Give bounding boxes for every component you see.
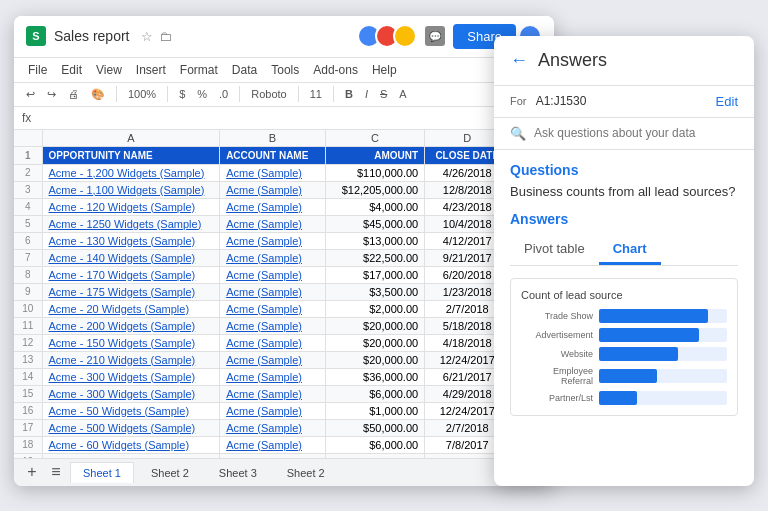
text-color-button[interactable]: A [395,86,410,102]
format-decimal-button[interactable]: .0 [215,86,232,102]
cell-opportunity-name[interactable]: Acme - 140 Widgets (Sample) [42,249,220,266]
menu-edit[interactable]: Edit [55,60,88,80]
row-number: 3 [14,181,42,198]
cell-account-name[interactable]: Acme (Sample) [220,317,326,334]
chart-tab[interactable]: Chart [599,235,661,265]
sheet-tab-1[interactable]: Sheet 1 [70,462,134,483]
cell-account-name[interactable]: Acme (Sample) [220,385,326,402]
bar-label: Advertisement [521,330,593,340]
cell-amount: $17,000.00 [325,266,424,283]
cell-opportunity-name[interactable]: Acme - 210 Widgets (Sample) [42,351,220,368]
cell-amount: $12,205,000.00 [325,181,424,198]
paint-format-button[interactable]: 🎨 [87,86,109,103]
cell-account-name[interactable]: Acme (Sample) [220,334,326,351]
cell-account-name[interactable]: Acme (Sample) [220,419,326,436]
menu-file[interactable]: File [22,60,53,80]
add-sheet-button[interactable]: + [22,462,42,482]
sheets-icon: S [26,26,46,46]
col-header-a[interactable]: A [42,130,220,147]
cell-amount: $3,500.00 [325,283,424,300]
star-icon[interactable]: ☆ [141,29,153,44]
sheet-tab-3[interactable]: Sheet 3 [206,462,270,483]
answers-range-row: For A1:J1530 Edit [494,86,754,118]
row-number: 8 [14,266,42,283]
cell-account-name[interactable]: Acme (Sample) [220,232,326,249]
edit-range-button[interactable]: Edit [716,94,738,109]
cell-account-name[interactable]: Acme (Sample) [220,436,326,453]
menu-format[interactable]: Format [174,60,224,80]
format-percent-button[interactable]: % [193,86,211,102]
col-header-c[interactable]: C [325,130,424,147]
cell-amount: $20,000.00 [325,334,424,351]
cell-account-name[interactable]: Acme (Sample) [220,181,326,198]
col-header-row [14,130,42,147]
cell-opportunity-name[interactable]: Acme - 300 Widgets (Sample) [42,368,220,385]
cell-opportunity-name[interactable]: Acme - 300 Widgets (Sample) [42,385,220,402]
back-button[interactable]: ← [510,50,528,71]
cell-opportunity-name[interactable]: Acme - 20 Widgets (Sample) [42,300,220,317]
sheet-tab-2[interactable]: Sheet 2 [138,462,202,483]
cell-opportunity-name[interactable]: Acme - 150 Widgets (Sample) [42,334,220,351]
bar-label: Partner/Lst [521,393,593,403]
cell-account-name[interactable]: Acme (Sample) [220,215,326,232]
format-money-button[interactable]: $ [175,86,189,102]
cell-amount: $36,000.00 [325,368,424,385]
cell-account-name[interactable]: Acme (Sample) [220,351,326,368]
cell-account-name[interactable]: Acme (Sample) [220,249,326,266]
font-selector[interactable]: Roboto [247,86,290,102]
cell-opportunity-name[interactable]: Acme - 60 Widgets (Sample) [42,436,220,453]
pivot-table-tab[interactable]: Pivot table [510,235,599,265]
col-header-b[interactable]: B [220,130,326,147]
row-number: 16 [14,402,42,419]
spreadsheet-title: Sales report [54,28,129,44]
search-input[interactable] [534,126,738,140]
menu-data[interactable]: Data [226,60,263,80]
cell-opportunity-name[interactable]: Acme - 500 Widgets (Sample) [42,419,220,436]
toolbar-separator-2 [167,86,168,102]
cell-account-name[interactable]: Acme (Sample) [220,283,326,300]
cell-account-name[interactable]: Acme (Sample) [220,368,326,385]
cell-account-name[interactable]: Acme (Sample) [220,402,326,419]
toolbar-separator-3 [239,86,240,102]
cell-account-name[interactable]: Acme (Sample) [220,266,326,283]
folder-icon[interactable]: 🗀 [159,29,172,44]
comments-icon[interactable]: 💬 [425,26,445,46]
menu-tools[interactable]: Tools [265,60,305,80]
redo-button[interactable]: ↪ [43,86,60,103]
toolbar-separator-5 [333,86,334,102]
cell-opportunity-name[interactable]: Acme - 130 Widgets (Sample) [42,232,220,249]
print-button[interactable]: 🖨 [64,86,83,102]
menu-insert[interactable]: Insert [130,60,172,80]
cell-opportunity-name[interactable]: Acme - 170 Widgets (Sample) [42,266,220,283]
menu-help[interactable]: Help [366,60,403,80]
menu-view[interactable]: View [90,60,128,80]
row-number: 14 [14,368,42,385]
cell-account-name[interactable]: Acme (Sample) [220,300,326,317]
font-size-selector[interactable]: 11 [306,86,326,102]
row-number: 12 [14,334,42,351]
cell-opportunity-name[interactable]: Acme - 120 Widgets (Sample) [42,198,220,215]
cell-opportunity-name[interactable]: Acme - 175 Widgets (Sample) [42,283,220,300]
cell-account-name[interactable]: Acme (Sample) [220,164,326,181]
cell-amount: $1,000.00 [325,402,424,419]
cell-account-name[interactable]: Acme (Sample) [220,198,326,215]
bar-row: Partner/Lst [521,391,727,405]
strikethrough-button[interactable]: S [376,86,391,102]
menu-addons[interactable]: Add-ons [307,60,364,80]
bold-button[interactable]: B [341,86,357,102]
cell-opportunity-name[interactable]: Acme - 1,200 Widgets (Sample) [42,164,220,181]
undo-button[interactable]: ↩ [22,86,39,103]
zoom-selector[interactable]: 100% [124,86,160,102]
bar-inner [599,369,657,383]
cell-opportunity-name[interactable]: Acme - 1250 Widgets (Sample) [42,215,220,232]
cell-amount: $6,000.00 [325,436,424,453]
sheet-tab-4[interactable]: Sheet 2 [274,462,338,483]
cell-opportunity-name[interactable]: Acme - 50 Widgets (Sample) [42,402,220,419]
toolbar-separator-1 [116,86,117,102]
header-amount: AMOUNT [325,146,424,164]
table-row: 11Acme - 200 Widgets (Sample)Acme (Sampl… [14,317,554,334]
cell-opportunity-name[interactable]: Acme - 200 Widgets (Sample) [42,317,220,334]
cell-opportunity-name[interactable]: Acme - 1,100 Widgets (Sample) [42,181,220,198]
italic-button[interactable]: I [361,86,372,102]
navigate-sheets-button[interactable]: ≡ [46,462,66,482]
